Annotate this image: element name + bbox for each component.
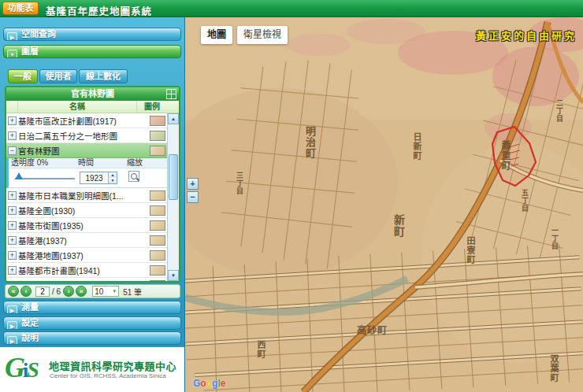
chevron-right-icon: ▶ xyxy=(7,305,17,314)
table-row[interactable]: + 基隆港(1937) xyxy=(6,233,179,248)
map-canvas[interactable]: 明治町 日新町 義重町 新町 田寮町 高砂町 西町 双葉町 三丁目 五丁目 一丁… xyxy=(185,17,583,392)
scroll-down-icon[interactable]: ▼ xyxy=(168,270,179,281)
layer-name: 基隆市日本職業別明細圖(1... xyxy=(18,190,150,202)
expand-icon[interactable]: + xyxy=(8,206,17,215)
sidebar-section-settings[interactable]: ▶設定 xyxy=(3,316,181,330)
sidebar-section-help[interactable]: ▶說明 xyxy=(3,331,181,345)
legend-thumbnail[interactable] xyxy=(150,190,165,201)
legend-thumbnail[interactable] xyxy=(150,131,165,141)
top-bar: 功能表 基隆百年歷史地圖系統 xyxy=(0,0,583,17)
layer-table-rows: + 基隆市區改正計劃圖(1917) + 日治二萬五千分之一地形圖 − 官有林野圖 xyxy=(6,113,179,281)
org-name-zh: 地理資訊科學研究專題中心 xyxy=(49,358,176,373)
zoom-out-button[interactable]: − xyxy=(187,191,199,203)
map-annotation-text: 黃正安的自由研究 xyxy=(476,28,577,43)
map-view-button[interactable]: 地圖 xyxy=(201,26,232,44)
satellite-view-button[interactable]: 衛星檢視 xyxy=(237,26,288,44)
tab-general[interactable]: 一般 xyxy=(8,69,38,83)
section-label: 空間查詢 xyxy=(21,29,56,39)
sidebar-footer: GiS 地理資訊科學研究專題中心 Center for GIS, RCHSS, … xyxy=(0,347,184,392)
map-district-label: 高砂町 xyxy=(357,326,388,335)
map-block-label: 三丁目 xyxy=(236,172,243,195)
expand-icon[interactable]: + xyxy=(8,251,17,260)
section-label: 說明 xyxy=(21,333,39,342)
legend-thumbnail[interactable] xyxy=(150,265,165,276)
table-row[interactable]: + 日治二萬五千分之一地形圖 xyxy=(6,128,179,143)
table-row[interactable]: + 基隆全圖(1930) xyxy=(6,203,179,218)
layer-grid-icon[interactable] xyxy=(166,89,176,99)
layer-name: 日治二萬五千分之一地形圖 xyxy=(18,130,150,142)
table-row[interactable]: + 基隆市街圖(1935) xyxy=(6,218,179,233)
page-size-value: 10 xyxy=(95,287,103,296)
legend-thumbnail[interactable] xyxy=(150,146,165,156)
table-row[interactable]: + 基隆市區改正計劃圖(1917) xyxy=(6,113,179,128)
legend-column-header: 圖例 xyxy=(137,101,167,113)
expand-icon[interactable]: + xyxy=(8,221,17,230)
expand-icon[interactable]: + xyxy=(8,266,17,275)
table-column-header: 名稱 圖例 xyxy=(6,101,179,113)
map-block-label: 五丁目 xyxy=(521,189,528,213)
layer-name: 基隆都市計畫圖(1941) xyxy=(18,264,150,276)
layer-options-header: 透明度 0% 時間 縮放 xyxy=(9,158,179,168)
legend-thumbnail[interactable] xyxy=(150,220,165,231)
page-size-select[interactable]: 10 ▼ xyxy=(92,286,119,297)
expand-icon[interactable]: + xyxy=(8,236,17,245)
table-row[interactable]: + 基隆(Kiirun)城市地圖(19... xyxy=(6,278,179,281)
opacity-label: 透明度 0% xyxy=(9,158,78,168)
table-row[interactable]: + 基隆市日本職業別明細圖(1... xyxy=(6,188,179,203)
opacity-slider[interactable] xyxy=(15,172,75,183)
tab-online-digitize[interactable]: 線上數化 xyxy=(79,69,128,83)
expander-column xyxy=(6,101,18,113)
google-logo[interactable]: Google xyxy=(193,378,225,389)
slider-handle-icon[interactable] xyxy=(15,172,23,179)
org-name-en: Center for GIS, RCHSS, Academia Sinica xyxy=(50,372,166,379)
sidebar-section-spatial-query[interactable]: ▶空間查詢 xyxy=(3,28,181,41)
map-district-label: 明治町 xyxy=(305,126,315,159)
map-district-label: 義重町 xyxy=(500,140,510,171)
scroll-up-icon[interactable]: ▲ xyxy=(168,113,179,124)
table-row[interactable]: + 基隆港地圖(1937) xyxy=(6,248,179,263)
dropdown-arrow-icon: ▼ xyxy=(112,289,117,294)
legend-thumbnail[interactable] xyxy=(150,116,165,126)
legend-thumbnail[interactable] xyxy=(150,205,165,216)
layer-name: 基隆全圖(1930) xyxy=(18,205,150,216)
expand-icon[interactable]: + xyxy=(8,191,17,200)
expand-icon[interactable]: + xyxy=(8,281,17,282)
zoom-to-layer-icon[interactable] xyxy=(128,171,139,182)
year-spinner: ▲ ▼ xyxy=(80,172,117,184)
chevron-right-icon: ▶ xyxy=(7,32,17,41)
next-page-button[interactable]: › xyxy=(63,286,74,297)
layer-panel: 官有林野圖 名稱 圖例 + 基隆市區改正計劃圖(1917) + 日治二萬五千分之… xyxy=(5,86,180,283)
total-pages-label: / 6 xyxy=(52,287,61,296)
last-page-button[interactable]: » xyxy=(76,286,87,297)
name-column-header: 名稱 xyxy=(18,101,137,113)
first-page-button[interactable]: « xyxy=(8,286,19,297)
chevron-down-icon: ▼ xyxy=(7,50,17,58)
menu-button[interactable]: 功能表 xyxy=(2,2,39,15)
slider-track xyxy=(15,178,75,179)
year-input[interactable] xyxy=(80,172,108,183)
section-label: 設定 xyxy=(21,318,39,327)
scrollbar-thumb[interactable] xyxy=(169,154,178,200)
legend-thumbnail[interactable] xyxy=(150,235,165,246)
table-row-selected[interactable]: − 官有林野圖 xyxy=(6,143,179,158)
sidebar-section-layers[interactable]: ▼圖層 xyxy=(3,45,181,58)
zoom-in-button[interactable]: + xyxy=(187,178,199,190)
sidebar-section-measure[interactable]: ▶測量 xyxy=(3,301,181,314)
zoom-label: 縮放 xyxy=(127,158,158,168)
logo-letter: e xyxy=(221,378,226,389)
spinner-down-icon[interactable]: ▼ xyxy=(109,178,117,183)
expand-icon[interactable]: + xyxy=(8,131,17,140)
legend-thumbnail[interactable] xyxy=(150,250,165,261)
layer-name: 基隆(Kiirun)城市地圖(19... xyxy=(18,279,150,282)
expand-icon[interactable]: + xyxy=(8,116,17,125)
table-row[interactable]: + 基隆都市計畫圖(1941) xyxy=(6,263,179,278)
tab-user[interactable]: 使用者 xyxy=(39,69,77,83)
page-number-input[interactable] xyxy=(35,287,50,297)
layer-options-body: ▲ ▼ xyxy=(9,168,179,187)
prev-page-button[interactable]: ‹ xyxy=(20,286,32,297)
sidebar: ▶空間查詢 ▼圖層 一般 使用者 線上數化 官有林野圖 名稱 圖例 + 基隆市區… xyxy=(0,17,185,392)
legend-thumbnail[interactable] xyxy=(150,280,165,282)
collapse-icon[interactable]: − xyxy=(8,146,17,155)
spinner-up-icon[interactable]: ▲ xyxy=(109,172,117,178)
table-scrollbar[interactable]: ▲ ▼ xyxy=(167,113,179,281)
